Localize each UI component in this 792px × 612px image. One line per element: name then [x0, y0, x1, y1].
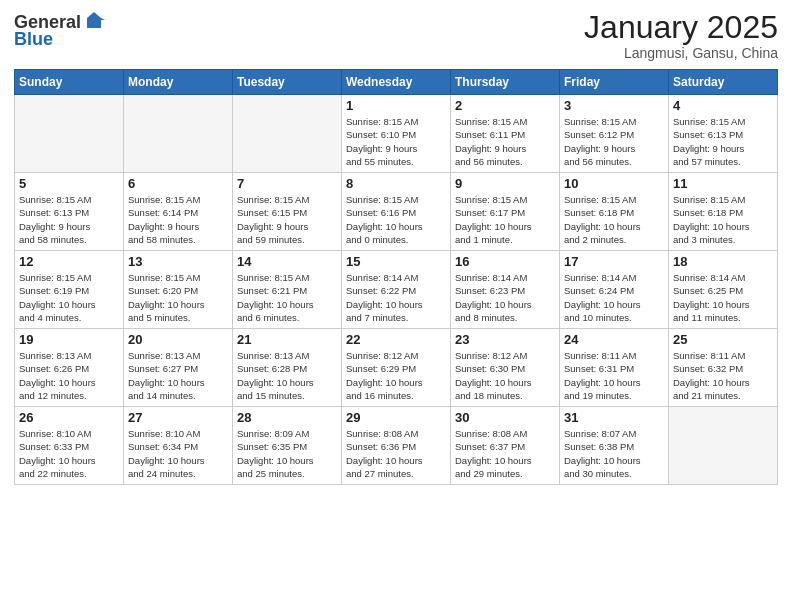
calendar-week-4: 19Sunrise: 8:13 AM Sunset: 6:26 PM Dayli… — [15, 329, 778, 407]
day-info: Sunrise: 8:12 AM Sunset: 6:30 PM Dayligh… — [455, 349, 555, 402]
day-info: Sunrise: 8:15 AM Sunset: 6:14 PM Dayligh… — [128, 193, 228, 246]
calendar-cell: 24Sunrise: 8:11 AM Sunset: 6:31 PM Dayli… — [560, 329, 669, 407]
day-info: Sunrise: 8:15 AM Sunset: 6:18 PM Dayligh… — [564, 193, 664, 246]
calendar-cell: 17Sunrise: 8:14 AM Sunset: 6:24 PM Dayli… — [560, 251, 669, 329]
day-number: 17 — [564, 254, 664, 269]
calendar-cell — [233, 95, 342, 173]
day-number: 30 — [455, 410, 555, 425]
day-number: 25 — [673, 332, 773, 347]
header: General Blue January 2025 Langmusi, Gans… — [14, 10, 778, 61]
calendar-cell: 13Sunrise: 8:15 AM Sunset: 6:20 PM Dayli… — [124, 251, 233, 329]
month-title: January 2025 — [584, 10, 778, 45]
weekday-header-wednesday: Wednesday — [342, 70, 451, 95]
day-number: 10 — [564, 176, 664, 191]
calendar-cell: 26Sunrise: 8:10 AM Sunset: 6:33 PM Dayli… — [15, 407, 124, 485]
calendar-week-1: 1Sunrise: 8:15 AM Sunset: 6:10 PM Daylig… — [15, 95, 778, 173]
day-info: Sunrise: 8:08 AM Sunset: 6:36 PM Dayligh… — [346, 427, 446, 480]
calendar-cell — [669, 407, 778, 485]
day-info: Sunrise: 8:15 AM Sunset: 6:13 PM Dayligh… — [19, 193, 119, 246]
weekday-header-tuesday: Tuesday — [233, 70, 342, 95]
calendar-week-5: 26Sunrise: 8:10 AM Sunset: 6:33 PM Dayli… — [15, 407, 778, 485]
day-info: Sunrise: 8:13 AM Sunset: 6:27 PM Dayligh… — [128, 349, 228, 402]
logo: General Blue — [14, 10, 105, 48]
day-number: 20 — [128, 332, 228, 347]
calendar-week-2: 5Sunrise: 8:15 AM Sunset: 6:13 PM Daylig… — [15, 173, 778, 251]
calendar-cell: 31Sunrise: 8:07 AM Sunset: 6:38 PM Dayli… — [560, 407, 669, 485]
day-info: Sunrise: 8:15 AM Sunset: 6:12 PM Dayligh… — [564, 115, 664, 168]
calendar-cell: 27Sunrise: 8:10 AM Sunset: 6:34 PM Dayli… — [124, 407, 233, 485]
day-info: Sunrise: 8:14 AM Sunset: 6:22 PM Dayligh… — [346, 271, 446, 324]
calendar-cell: 29Sunrise: 8:08 AM Sunset: 6:36 PM Dayli… — [342, 407, 451, 485]
day-info: Sunrise: 8:13 AM Sunset: 6:26 PM Dayligh… — [19, 349, 119, 402]
day-number: 11 — [673, 176, 773, 191]
calendar-cell: 15Sunrise: 8:14 AM Sunset: 6:22 PM Dayli… — [342, 251, 451, 329]
title-block: January 2025 Langmusi, Gansu, China — [584, 10, 778, 61]
day-number: 15 — [346, 254, 446, 269]
calendar-cell: 19Sunrise: 8:13 AM Sunset: 6:26 PM Dayli… — [15, 329, 124, 407]
day-info: Sunrise: 8:12 AM Sunset: 6:29 PM Dayligh… — [346, 349, 446, 402]
day-info: Sunrise: 8:15 AM Sunset: 6:15 PM Dayligh… — [237, 193, 337, 246]
day-number: 21 — [237, 332, 337, 347]
day-info: Sunrise: 8:11 AM Sunset: 6:32 PM Dayligh… — [673, 349, 773, 402]
weekday-header-friday: Friday — [560, 70, 669, 95]
day-info: Sunrise: 8:11 AM Sunset: 6:31 PM Dayligh… — [564, 349, 664, 402]
day-info: Sunrise: 8:14 AM Sunset: 6:24 PM Dayligh… — [564, 271, 664, 324]
calendar-cell: 28Sunrise: 8:09 AM Sunset: 6:35 PM Dayli… — [233, 407, 342, 485]
calendar-cell: 2Sunrise: 8:15 AM Sunset: 6:11 PM Daylig… — [451, 95, 560, 173]
calendar-cell: 7Sunrise: 8:15 AM Sunset: 6:15 PM Daylig… — [233, 173, 342, 251]
logo-icon — [83, 10, 105, 32]
day-info: Sunrise: 8:15 AM Sunset: 6:10 PM Dayligh… — [346, 115, 446, 168]
logo-blue-text: Blue — [14, 30, 53, 48]
weekday-header-thursday: Thursday — [451, 70, 560, 95]
calendar-cell: 18Sunrise: 8:14 AM Sunset: 6:25 PM Dayli… — [669, 251, 778, 329]
day-number: 16 — [455, 254, 555, 269]
day-info: Sunrise: 8:10 AM Sunset: 6:34 PM Dayligh… — [128, 427, 228, 480]
weekday-header-saturday: Saturday — [669, 70, 778, 95]
weekday-header-row: SundayMondayTuesdayWednesdayThursdayFrid… — [15, 70, 778, 95]
day-number: 29 — [346, 410, 446, 425]
calendar-week-3: 12Sunrise: 8:15 AM Sunset: 6:19 PM Dayli… — [15, 251, 778, 329]
day-number: 1 — [346, 98, 446, 113]
day-number: 24 — [564, 332, 664, 347]
svg-marker-0 — [87, 12, 101, 28]
day-number: 19 — [19, 332, 119, 347]
calendar-cell: 6Sunrise: 8:15 AM Sunset: 6:14 PM Daylig… — [124, 173, 233, 251]
day-info: Sunrise: 8:15 AM Sunset: 6:19 PM Dayligh… — [19, 271, 119, 324]
calendar-cell: 14Sunrise: 8:15 AM Sunset: 6:21 PM Dayli… — [233, 251, 342, 329]
day-info: Sunrise: 8:14 AM Sunset: 6:23 PM Dayligh… — [455, 271, 555, 324]
day-number: 13 — [128, 254, 228, 269]
calendar-cell: 21Sunrise: 8:13 AM Sunset: 6:28 PM Dayli… — [233, 329, 342, 407]
calendar-cell: 4Sunrise: 8:15 AM Sunset: 6:13 PM Daylig… — [669, 95, 778, 173]
day-info: Sunrise: 8:10 AM Sunset: 6:33 PM Dayligh… — [19, 427, 119, 480]
day-number: 12 — [19, 254, 119, 269]
calendar-cell — [124, 95, 233, 173]
calendar-cell: 1Sunrise: 8:15 AM Sunset: 6:10 PM Daylig… — [342, 95, 451, 173]
day-number: 18 — [673, 254, 773, 269]
calendar-cell: 22Sunrise: 8:12 AM Sunset: 6:29 PM Dayli… — [342, 329, 451, 407]
calendar-cell: 8Sunrise: 8:15 AM Sunset: 6:16 PM Daylig… — [342, 173, 451, 251]
day-info: Sunrise: 8:15 AM Sunset: 6:13 PM Dayligh… — [673, 115, 773, 168]
day-info: Sunrise: 8:14 AM Sunset: 6:25 PM Dayligh… — [673, 271, 773, 324]
calendar-cell: 10Sunrise: 8:15 AM Sunset: 6:18 PM Dayli… — [560, 173, 669, 251]
day-info: Sunrise: 8:15 AM Sunset: 6:18 PM Dayligh… — [673, 193, 773, 246]
calendar-cell: 30Sunrise: 8:08 AM Sunset: 6:37 PM Dayli… — [451, 407, 560, 485]
calendar-cell — [15, 95, 124, 173]
calendar-cell: 5Sunrise: 8:15 AM Sunset: 6:13 PM Daylig… — [15, 173, 124, 251]
calendar-cell: 3Sunrise: 8:15 AM Sunset: 6:12 PM Daylig… — [560, 95, 669, 173]
day-number: 4 — [673, 98, 773, 113]
day-number: 14 — [237, 254, 337, 269]
calendar-cell: 11Sunrise: 8:15 AM Sunset: 6:18 PM Dayli… — [669, 173, 778, 251]
day-number: 2 — [455, 98, 555, 113]
day-number: 6 — [128, 176, 228, 191]
day-number: 27 — [128, 410, 228, 425]
day-info: Sunrise: 8:15 AM Sunset: 6:17 PM Dayligh… — [455, 193, 555, 246]
day-info: Sunrise: 8:07 AM Sunset: 6:38 PM Dayligh… — [564, 427, 664, 480]
svg-marker-1 — [101, 18, 105, 20]
day-number: 7 — [237, 176, 337, 191]
day-number: 28 — [237, 410, 337, 425]
page: General Blue January 2025 Langmusi, Gans… — [0, 0, 792, 612]
day-number: 23 — [455, 332, 555, 347]
location-subtitle: Langmusi, Gansu, China — [584, 45, 778, 61]
day-info: Sunrise: 8:15 AM Sunset: 6:11 PM Dayligh… — [455, 115, 555, 168]
weekday-header-monday: Monday — [124, 70, 233, 95]
